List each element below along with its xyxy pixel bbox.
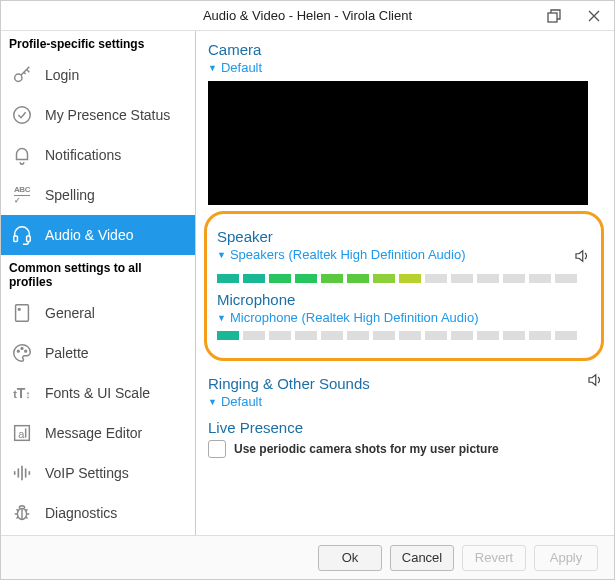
voip-icon [11,462,33,484]
fonts-icon: tT↕ [11,382,33,404]
chevron-down-icon: ▼ [208,63,217,73]
sidebar-item-label: Spelling [45,187,95,203]
ok-button[interactable]: Ok [318,545,382,571]
close-button[interactable] [574,1,614,31]
volume-icon[interactable] [573,247,591,268]
titlebar: Audio & Video - Helen - Virola Client [1,1,614,31]
sidebar-item-label: Audio & Video [45,227,133,243]
sidebar-item-palette[interactable]: Palette [1,333,195,373]
volume-icon[interactable] [586,371,604,392]
sidebar-item-label: General [45,305,95,321]
svg-point-8 [21,348,23,350]
sidebar-item-spelling[interactable]: ABC✓ Spelling [1,175,195,215]
sidebar-item-fonts[interactable]: tT↕ Fonts & UI Scale [1,373,195,413]
presence-checkbox[interactable] [208,440,226,458]
chevron-down-icon: ▼ [217,313,226,323]
svg-point-7 [17,350,19,352]
svg-point-2 [14,107,31,124]
sidebar-item-label: Message Editor [45,425,142,441]
sidebar: Profile-specific settings Login My Prese… [1,31,196,535]
camera-dropdown[interactable]: ▼ Default [208,60,604,75]
svg-point-1 [15,74,22,81]
ringing-dropdown[interactable]: ▼ Default [208,394,604,409]
highlight-annotation: Speaker ▼ Speakers (Realtek High Definit… [204,211,604,361]
sidebar-section-common: Common settings to all profiles [1,255,195,293]
general-icon [11,302,33,324]
speaker-level-meter [217,274,591,283]
sidebar-item-voip[interactable]: VoIP Settings [1,453,195,493]
sidebar-item-label: Fonts & UI Scale [45,385,150,401]
sidebar-item-general[interactable]: General [1,293,195,333]
sidebar-item-diagnostics[interactable]: Diagnostics [1,493,195,533]
camera-selected: Default [221,60,262,75]
sidebar-item-label: Notifications [45,147,121,163]
cancel-button[interactable]: Cancel [390,545,454,571]
microphone-section-title: Microphone [217,291,591,308]
camera-preview [208,81,588,205]
svg-point-6 [18,308,20,310]
apply-button: Apply [534,545,598,571]
palette-icon [11,342,33,364]
microphone-dropdown[interactable]: ▼ Microphone (Realtek High Definition Au… [217,310,591,325]
svg-rect-4 [27,236,31,242]
sidebar-item-presence[interactable]: My Presence Status [1,95,195,135]
sidebar-item-login[interactable]: Login [1,55,195,95]
bell-icon [11,144,33,166]
sidebar-item-label: My Presence Status [45,107,170,123]
window-title: Audio & Video - Helen - Virola Client [203,8,412,23]
sidebar-section-profile: Profile-specific settings [1,31,195,55]
svg-rect-3 [14,236,18,242]
presence-section-title: Live Presence [208,419,604,436]
sidebar-item-audio-video[interactable]: Audio & Video [1,215,195,255]
sidebar-item-label: Login [45,67,79,83]
speaker-selected: Speakers (Realtek High Definition Audio) [230,247,466,262]
sidebar-item-label: Diagnostics [45,505,117,521]
ringing-selected: Default [221,394,262,409]
content-panel: Camera ▼ Default Speaker ▼ Speakers (Rea… [196,31,614,535]
spelling-icon: ABC✓ [11,184,33,206]
editor-icon: a [11,422,33,444]
svg-point-9 [25,350,27,352]
check-circle-icon [11,104,33,126]
revert-button: Revert [462,545,526,571]
ringing-section-title: Ringing & Other Sounds [208,375,370,392]
presence-checkbox-label: Use periodic camera shots for my user pi… [234,442,499,456]
sidebar-item-label: Palette [45,345,89,361]
chevron-down-icon: ▼ [217,250,226,260]
dialog-footer: Ok Cancel Revert Apply [1,535,614,579]
microphone-level-meter [217,331,591,340]
sidebar-item-label: VoIP Settings [45,465,129,481]
sidebar-item-message-editor[interactable]: a Message Editor [1,413,195,453]
bug-icon [11,502,33,524]
svg-text:a: a [18,428,25,440]
camera-section-title: Camera [208,41,604,58]
key-icon [11,64,33,86]
sidebar-item-notifications[interactable]: Notifications [1,135,195,175]
headset-icon [11,224,33,246]
speaker-section-title: Speaker [217,228,591,245]
svg-rect-0 [548,13,557,22]
chevron-down-icon: ▼ [208,397,217,407]
maximize-restore-button[interactable] [534,1,574,31]
speaker-dropdown[interactable]: ▼ Speakers (Realtek High Definition Audi… [217,247,466,262]
microphone-selected: Microphone (Realtek High Definition Audi… [230,310,479,325]
svg-rect-5 [16,305,29,322]
